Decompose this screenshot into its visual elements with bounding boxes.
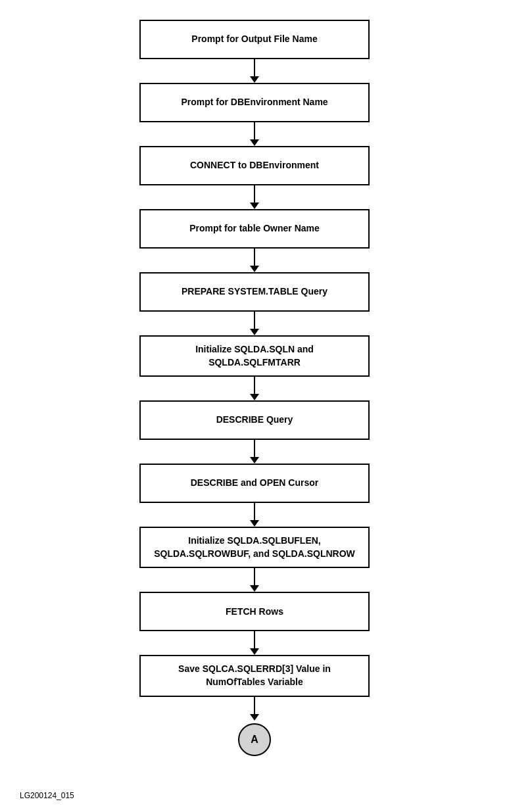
- arrow-3: [250, 185, 259, 209]
- box-save-sqlerrd: Save SQLCA.SQLERRD[3] Value in NumOfTabl…: [139, 655, 370, 696]
- box-describe-query: DESCRIBE Query: [139, 400, 370, 440]
- arrow-1: [250, 59, 259, 83]
- arrow-2: [250, 122, 259, 146]
- box-fetch-rows: FETCH Rows: [139, 592, 370, 631]
- arrow-6: [250, 377, 259, 400]
- arrow-11: [250, 697, 259, 721]
- arrow-5: [250, 312, 259, 335]
- arrow-7: [250, 440, 259, 464]
- arrow-9: [250, 568, 259, 592]
- box-initialize-sqlbuflen: Initialize SQLDA.SQLBUFLEN, SQLDA.SQLROW…: [139, 527, 370, 568]
- box-prompt-output-file: Prompt for Output File Name: [139, 20, 370, 59]
- box-describe-open-cursor: DESCRIBE and OPEN Cursor: [139, 464, 370, 503]
- flowchart: Prompt for Output File Name Prompt for D…: [0, 0, 509, 796]
- arrow-8: [250, 503, 259, 527]
- box-prompt-dbenvironment: Prompt for DBEnvironment Name: [139, 83, 370, 122]
- caption: LG200124_015: [20, 791, 74, 800]
- connector-a: A: [238, 723, 271, 756]
- box-initialize-sqlda: Initialize SQLDA.SQLN and SQLDA.SQLFMTAR…: [139, 335, 370, 377]
- box-prepare-query: PREPARE SYSTEM.TABLE Query: [139, 272, 370, 312]
- arrow-4: [250, 249, 259, 272]
- box-prompt-owner-name: Prompt for table Owner Name: [139, 209, 370, 249]
- arrow-10: [250, 631, 259, 655]
- box-connect-dbenvironment: CONNECT to DBEnvironment: [139, 146, 370, 185]
